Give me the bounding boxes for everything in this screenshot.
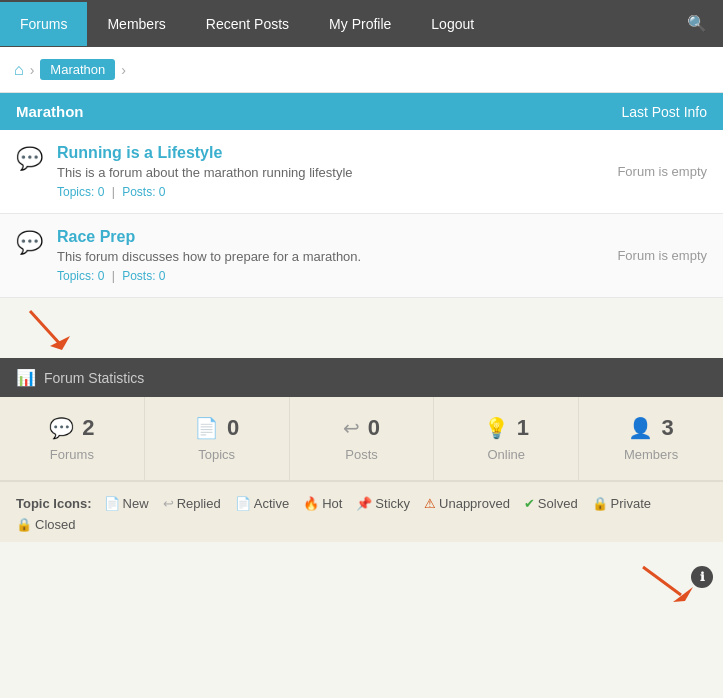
stat-posts-icon: ↩ [343, 416, 360, 440]
icon-label-new: New [123, 496, 149, 511]
forum-info-1: Running is a Lifestyle This is a forum a… [57, 144, 601, 199]
forum-info-2: Race Prep This forum discusses how to pr… [57, 228, 601, 283]
stat-forums: 💬 2 Forums [0, 397, 145, 480]
stat-members-icon: 👤 [628, 416, 653, 440]
topic-icons-second-row: 🔒 Closed [16, 517, 707, 532]
svg-marker-3 [673, 587, 693, 602]
nav-members[interactable]: Members [87, 2, 185, 46]
forum-icon-1: 💬 [16, 146, 43, 172]
nav-recent-posts[interactable]: Recent Posts [186, 2, 309, 46]
arrow-area [0, 298, 723, 358]
stat-topics-label: Topics [198, 447, 235, 462]
forum-title-2[interactable]: Race Prep [57, 228, 135, 245]
breadcrumb-sep-1: › [30, 62, 35, 78]
forum-header-lastpost: Last Post Info [621, 104, 707, 120]
icon-entry-active: 📄 Active [235, 496, 289, 511]
stat-posts-value: 0 [368, 415, 380, 441]
right-arrow-icon [633, 547, 693, 602]
stat-members-label: Members [624, 447, 678, 462]
breadcrumb-home-icon[interactable]: ⌂ [14, 61, 24, 79]
down-arrow-icon [20, 306, 70, 356]
forum-topics-val-2: 0 [98, 269, 105, 283]
icon-entry-private: 🔒 Private [592, 496, 651, 511]
nav-my-profile[interactable]: My Profile [309, 2, 411, 46]
icon-entry-new: 📄 New [104, 496, 149, 511]
forum-desc-2: This forum discusses how to prepare for … [57, 249, 601, 264]
forum-meta-2: Topics: 0 | Posts: 0 [57, 269, 601, 283]
icon-entry-hot: 🔥 Hot [303, 496, 342, 511]
breadcrumb-marathon[interactable]: Marathon [40, 59, 115, 80]
stat-forums-value: 2 [82, 415, 94, 441]
stat-topics-icon: 📄 [194, 416, 219, 440]
stat-members-value: 3 [661, 415, 673, 441]
stats-chart-icon: 📊 [16, 368, 36, 387]
icon-label-hot: Hot [322, 496, 342, 511]
topic-icons-label: Topic Icons: [16, 496, 92, 511]
topic-icons-row: Topic Icons: 📄 New ↩ Replied 📄 Active 🔥 … [16, 496, 707, 511]
icon-entry-replied: ↩ Replied [163, 496, 221, 511]
unapproved-icon: ⚠ [424, 496, 436, 511]
forum-posts-val-1: 0 [159, 185, 166, 199]
solved-icon: ✔ [524, 496, 535, 511]
forum-meta-1: Topics: 0 | Posts: 0 [57, 185, 601, 199]
nav-forums[interactable]: Forums [0, 2, 87, 46]
stat-online-icon: 💡 [484, 416, 509, 440]
breadcrumb: ⌂ › Marathon › [0, 47, 723, 93]
private-icon: 🔒 [592, 496, 608, 511]
nav-logout[interactable]: Logout [411, 2, 494, 46]
stat-topics-value-row: 📄 0 [194, 415, 239, 441]
icon-label-replied: Replied [177, 496, 221, 511]
forum-sep-2: | [112, 269, 118, 283]
stat-topics-value: 0 [227, 415, 239, 441]
active-icon: 📄 [235, 496, 251, 511]
stat-topics: 📄 0 Topics [145, 397, 290, 480]
stats-section-header: 📊 Forum Statistics [0, 358, 723, 397]
icon-entry-closed: 🔒 Closed [16, 517, 75, 532]
icon-label-sticky: Sticky [375, 496, 410, 511]
info-button[interactable]: ℹ [691, 566, 713, 588]
stat-online: 💡 1 Online [434, 397, 579, 480]
forum-sep-1: | [112, 185, 118, 199]
forum-posts-val-2: 0 [159, 269, 166, 283]
forum-posts-label-2: Posts: [122, 269, 159, 283]
topic-icons-section: Topic Icons: 📄 New ↩ Replied 📄 Active 🔥 … [0, 481, 723, 542]
forum-desc-1: This is a forum about the marathon runni… [57, 165, 601, 180]
forum-list: 💬 Running is a Lifestyle This is a forum… [0, 130, 723, 298]
main-nav: Forums Members Recent Posts My Profile L… [0, 0, 723, 47]
forum-title-1[interactable]: Running is a Lifestyle [57, 144, 222, 161]
hot-icon: 🔥 [303, 496, 319, 511]
stat-online-label: Online [488, 447, 526, 462]
icon-label-unapproved: Unapproved [439, 496, 510, 511]
new-icon: 📄 [104, 496, 120, 511]
search-icon[interactable]: 🔍 [671, 0, 723, 47]
sticky-icon: 📌 [356, 496, 372, 511]
icon-label-closed: Closed [35, 517, 75, 532]
stat-online-value: 1 [517, 415, 529, 441]
forum-topics-label-1: Topics: [57, 185, 98, 199]
stat-forums-label: Forums [50, 447, 94, 462]
bottom-area: ℹ [0, 542, 723, 612]
icon-label-active: Active [254, 496, 289, 511]
icon-entry-unapproved: ⚠ Unapproved [424, 496, 510, 511]
icon-label-solved: Solved [538, 496, 578, 511]
closed-icon: 🔒 [16, 517, 32, 532]
stat-posts: ↩ 0 Posts [290, 397, 435, 480]
stat-forums-value-row: 💬 2 [49, 415, 94, 441]
stats-header-label: Forum Statistics [44, 370, 144, 386]
stat-members-value-row: 👤 3 [628, 415, 673, 441]
breadcrumb-arrow: › [121, 62, 126, 78]
icon-entry-solved: ✔ Solved [524, 496, 578, 511]
forum-lastpost-1: Forum is empty [617, 164, 707, 179]
stat-posts-label: Posts [345, 447, 378, 462]
forum-lastpost-2: Forum is empty [617, 248, 707, 263]
forum-posts-label-1: Posts: [122, 185, 159, 199]
stat-forums-icon: 💬 [49, 416, 74, 440]
forum-icon-2: 💬 [16, 230, 43, 256]
stat-online-value-row: 💡 1 [484, 415, 529, 441]
svg-line-0 [30, 311, 60, 344]
icon-label-private: Private [611, 496, 651, 511]
stat-members: 👤 3 Members [579, 397, 723, 480]
forum-topics-val-1: 0 [98, 185, 105, 199]
forum-topics-label-2: Topics: [57, 269, 98, 283]
svg-line-2 [643, 567, 681, 595]
